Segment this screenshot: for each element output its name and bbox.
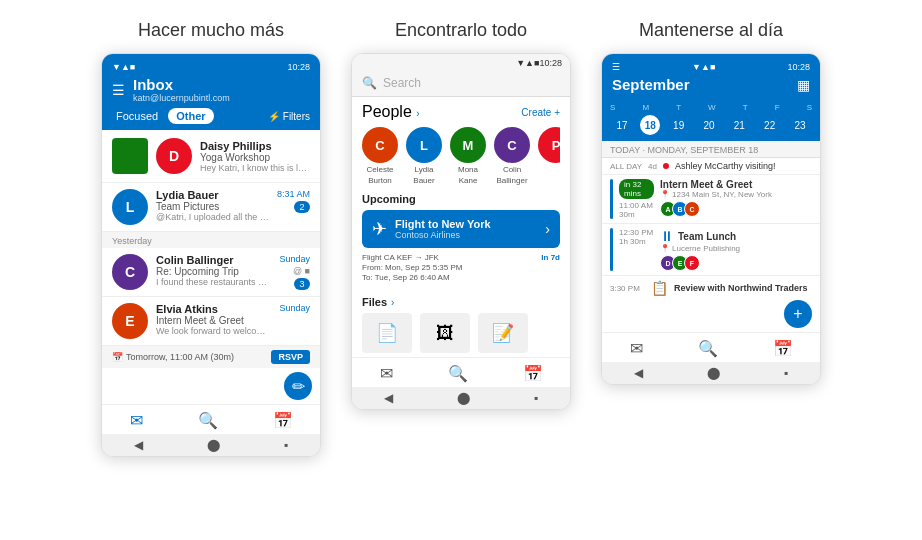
allday-dot-icon [663, 163, 669, 169]
nav-search-icon[interactable]: 🔍 [198, 411, 218, 430]
people-chevron-icon: › [416, 108, 419, 119]
person-p[interactable]: P [538, 127, 560, 185]
person-colin-s[interactable]: C Colin Ballinger [494, 127, 530, 185]
celeste-avatar: C [362, 127, 398, 163]
cal-day-22[interactable]: 22 [758, 115, 782, 135]
s-nav-search-icon[interactable]: 🔍 [448, 364, 468, 383]
person-lydia[interactable]: L Lydia Bauer [406, 127, 442, 185]
cal-title-row: September ▦ [612, 76, 810, 93]
search-bar[interactable]: 🔍 Search [352, 70, 570, 97]
hamburger-icon[interactable]: ☰ [112, 82, 125, 98]
colin-s-name: Colin [503, 165, 521, 174]
review-title: Review with Northwind Traders [674, 283, 808, 293]
s-back-button[interactable]: ◀ [384, 391, 393, 405]
lydia-s-avatar: L [406, 127, 442, 163]
flight-card[interactable]: ✈ Flight to New York Contoso Airlines › [362, 210, 560, 248]
lydia-name: Lydia Bauer [156, 189, 269, 201]
tab-focused[interactable]: Focused [112, 108, 162, 124]
flight-days: In 7d [541, 253, 560, 283]
flight-to: To: Tue, Sep 26 6:40 AM [362, 273, 535, 282]
featured-name: Daisy Phillips [200, 140, 310, 152]
event-review[interactable]: 3:30 PM 📋 Review with Northwind Traders [602, 276, 820, 300]
nav-calendar-icon[interactable]: 📅 [273, 411, 293, 430]
p-avatar: P [538, 127, 560, 163]
s-nav-mail-icon[interactable]: ✉ [380, 364, 393, 383]
cal-day-17[interactable]: 17 [610, 115, 634, 135]
flight-icon: ✈ [372, 218, 387, 240]
cal-day-18-today[interactable]: 18 [640, 115, 660, 135]
cal-time: 10:28 [787, 62, 810, 72]
people-header: People › Create + [362, 103, 560, 121]
search-icon: 🔍 [362, 76, 377, 90]
cal-day-21[interactable]: 21 [727, 115, 751, 135]
file-item-1[interactable]: 📄 [362, 313, 412, 353]
upcoming-section: Upcoming ✈ Flight to New York Contoso Ai… [352, 189, 570, 292]
add-event-fab[interactable]: + [784, 300, 812, 328]
s-recents-button[interactable]: ▪ [534, 391, 538, 405]
cal-status-icons: ▼▲■ [692, 62, 715, 72]
c-nav-mail-icon[interactable]: ✉ [630, 339, 643, 358]
day-f: F [775, 103, 780, 112]
person-celeste[interactable]: C Celeste Burton [362, 127, 398, 185]
cal-days-header: S M T W T F S [610, 103, 812, 112]
email-row-colin[interactable]: C Colin Ballinger Re: Upcoming Trip I fo… [102, 248, 320, 297]
files-chevron-icon[interactable]: › [391, 297, 394, 308]
lydia-s-name: Lydia [415, 165, 434, 174]
c-home-button[interactable]: ⬤ [707, 366, 720, 380]
back-button[interactable]: ◀ [134, 438, 143, 452]
recents-button[interactable]: ▪ [284, 438, 288, 452]
in-32-badge: in 32 mins [619, 179, 654, 199]
nav-mail-icon[interactable]: ✉ [130, 411, 143, 430]
elvia-right: Sunday [279, 303, 310, 313]
search-input[interactable]: Search [383, 76, 560, 90]
cal-view-icon[interactable]: ▦ [797, 77, 810, 93]
c-recents-button[interactable]: ▪ [784, 366, 788, 380]
cal-status-left: ☰ [612, 62, 620, 72]
allday-row: ALL DAY 4d Ashley McCarthy visiting! [602, 158, 820, 175]
rsvp-button[interactable]: RSVP [271, 350, 310, 364]
file-item-3[interactable]: 📝 [478, 313, 528, 353]
s-home-button[interactable]: ⬤ [457, 391, 470, 405]
yesterday-label: Yesterday [102, 232, 320, 248]
allday-event[interactable]: Ashley McCarthy visiting! [675, 161, 776, 171]
allday-label: ALL DAY [610, 162, 642, 171]
c-nav-search-icon[interactable]: 🔍 [698, 339, 718, 358]
cal-week-row: 17 18 19 20 21 22 23 [610, 115, 812, 135]
cal-system-nav: ◀ ⬤ ▪ [602, 362, 820, 384]
email-row-lydia[interactable]: L Lydia Bauer Team Pictures @Katri, I up… [102, 183, 320, 232]
compose-fab[interactable]: ✏ [284, 372, 312, 400]
tab-other[interactable]: Other [168, 108, 213, 124]
event-lunch[interactable]: 12:30 PM 1h 30m ⏸ Team Lunch 📍 Lucerne P… [602, 224, 820, 276]
green-square-icon [112, 138, 148, 174]
panel-inbox-title: Hacer mucho más [138, 20, 284, 41]
search-bottom-nav: ✉ 🔍 📅 [352, 357, 570, 387]
cal-day-23[interactable]: 23 [788, 115, 812, 135]
day-t1: T [676, 103, 681, 112]
lydia-badge: 2 [294, 201, 310, 213]
file-item-2[interactable]: 🖼 [420, 313, 470, 353]
flight-info: Flight to New York Contoso Airlines [395, 218, 537, 240]
intern-accent-bar [610, 179, 613, 219]
c-back-button[interactable]: ◀ [634, 366, 643, 380]
cal-day-19[interactable]: 19 [667, 115, 691, 135]
elvia-avatar: E [112, 303, 148, 339]
lydia-s-last: Bauer [413, 176, 434, 185]
c-nav-calendar-icon[interactable]: 📅 [773, 339, 793, 358]
create-button[interactable]: Create + [521, 107, 560, 118]
cal-day-20[interactable]: 20 [697, 115, 721, 135]
featured-preview: Hey Katri, I know this is last [200, 163, 310, 173]
inbox-system-nav: ◀ ⬤ ▪ [102, 434, 320, 456]
email-row-elvia[interactable]: E Elvia Atkins Intern Meet & Greet We lo… [102, 297, 320, 346]
home-button[interactable]: ⬤ [207, 438, 220, 452]
person-mona[interactable]: M Mona Kane [450, 127, 486, 185]
featured-email[interactable]: D Daisy Phillips Yoga Workshop Hey Katri… [102, 130, 320, 183]
colin-day: Sunday [279, 254, 310, 264]
s-nav-calendar-icon[interactable]: 📅 [523, 364, 543, 383]
event-intern[interactable]: in 32 mins 11:00 AM 30m Intern Meet & Gr… [602, 175, 820, 224]
intern-avatars: A B C [660, 201, 812, 217]
celeste-name: Celeste [366, 165, 393, 174]
lunch-avatar-3: F [684, 255, 700, 271]
lunch-time-val: 12:30 PM [619, 228, 654, 237]
filters-button[interactable]: ⚡ Filters [268, 111, 310, 122]
intern-badge-wrapper: in 32 mins [619, 179, 654, 201]
